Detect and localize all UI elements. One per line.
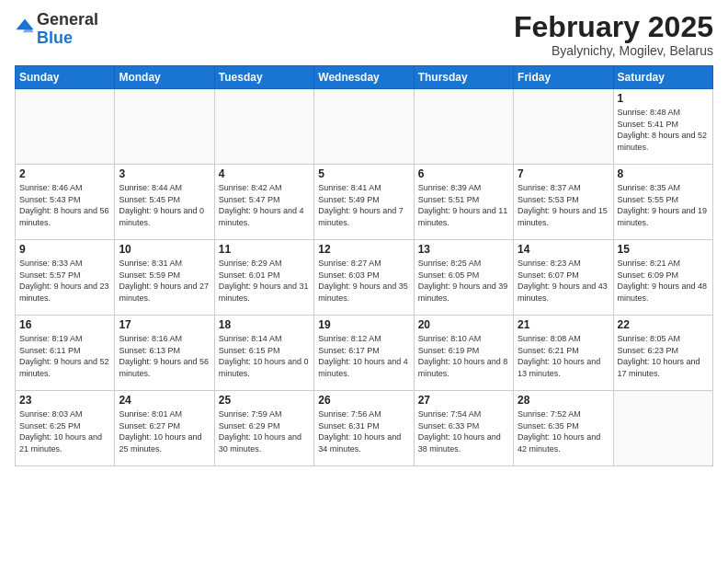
header-sunday: Sunday <box>16 66 115 89</box>
day-info: Sunrise: 8:14 AM Sunset: 6:15 PM Dayligh… <box>219 333 310 379</box>
day-number: 20 <box>418 318 509 331</box>
header-monday: Monday <box>115 66 214 89</box>
day-info: Sunrise: 8:27 AM Sunset: 6:03 PM Dayligh… <box>318 258 409 304</box>
table-row: 12Sunrise: 8:27 AM Sunset: 6:03 PM Dayli… <box>314 240 414 316</box>
day-number: 14 <box>518 243 609 256</box>
day-info: Sunrise: 8:23 AM Sunset: 6:07 PM Dayligh… <box>518 258 609 304</box>
table-row: 9Sunrise: 8:33 AM Sunset: 5:57 PM Daylig… <box>16 240 115 316</box>
table-row: 18Sunrise: 8:14 AM Sunset: 6:15 PM Dayli… <box>214 316 313 391</box>
table-row: 23Sunrise: 8:03 AM Sunset: 6:25 PM Dayli… <box>16 391 115 466</box>
table-row: 6Sunrise: 8:39 AM Sunset: 5:51 PM Daylig… <box>414 165 513 240</box>
weekday-header-row: Sunday Monday Tuesday Wednesday Thursday… <box>16 66 713 89</box>
table-row: 21Sunrise: 8:08 AM Sunset: 6:21 PM Dayli… <box>514 316 613 391</box>
day-info: Sunrise: 8:37 AM Sunset: 5:53 PM Dayligh… <box>518 182 609 228</box>
day-info: Sunrise: 8:19 AM Sunset: 6:11 PM Dayligh… <box>19 333 110 379</box>
day-number: 18 <box>219 318 310 331</box>
day-number: 5 <box>318 167 409 180</box>
table-row: 13Sunrise: 8:25 AM Sunset: 6:05 PM Dayli… <box>414 240 513 316</box>
day-info: Sunrise: 8:25 AM Sunset: 6:05 PM Dayligh… <box>418 258 509 304</box>
day-number: 21 <box>518 318 609 331</box>
day-number: 24 <box>119 394 210 407</box>
day-info: Sunrise: 8:33 AM Sunset: 5:57 PM Dayligh… <box>19 258 110 304</box>
header-tuesday: Tuesday <box>214 66 313 89</box>
day-info: Sunrise: 8:42 AM Sunset: 5:47 PM Dayligh… <box>219 182 310 228</box>
header-saturday: Saturday <box>613 66 712 89</box>
day-number: 23 <box>19 394 110 407</box>
table-row: 17Sunrise: 8:16 AM Sunset: 6:13 PM Dayli… <box>115 316 214 391</box>
calendar-week-row: 23Sunrise: 8:03 AM Sunset: 6:25 PM Dayli… <box>16 391 713 466</box>
day-info: Sunrise: 8:41 AM Sunset: 5:49 PM Dayligh… <box>318 182 409 228</box>
day-info: Sunrise: 8:21 AM Sunset: 6:09 PM Dayligh… <box>618 258 709 304</box>
day-number: 15 <box>618 243 709 256</box>
day-number: 17 <box>119 318 210 331</box>
table-row: 15Sunrise: 8:21 AM Sunset: 6:09 PM Dayli… <box>613 240 712 316</box>
table-row: 16Sunrise: 8:19 AM Sunset: 6:11 PM Dayli… <box>16 316 115 391</box>
day-number: 6 <box>418 167 509 180</box>
day-number: 25 <box>219 394 310 407</box>
table-row: 28Sunrise: 7:52 AM Sunset: 6:35 PM Dayli… <box>514 391 613 466</box>
day-info: Sunrise: 8:44 AM Sunset: 5:45 PM Dayligh… <box>119 182 210 228</box>
table-row <box>115 89 214 165</box>
table-row: 11Sunrise: 8:29 AM Sunset: 6:01 PM Dayli… <box>214 240 313 316</box>
day-info: Sunrise: 8:29 AM Sunset: 6:01 PM Dayligh… <box>219 258 310 304</box>
table-row: 3Sunrise: 8:44 AM Sunset: 5:45 PM Daylig… <box>115 165 214 240</box>
day-info: Sunrise: 8:16 AM Sunset: 6:13 PM Dayligh… <box>119 333 210 379</box>
table-row: 14Sunrise: 8:23 AM Sunset: 6:07 PM Dayli… <box>514 240 613 316</box>
table-row: 26Sunrise: 7:56 AM Sunset: 6:31 PM Dayli… <box>314 391 414 466</box>
day-number: 22 <box>618 318 709 331</box>
day-info: Sunrise: 8:31 AM Sunset: 5:59 PM Dayligh… <box>119 258 210 304</box>
day-info: Sunrise: 7:59 AM Sunset: 6:29 PM Dayligh… <box>219 408 310 454</box>
day-number: 9 <box>19 243 110 256</box>
logo-line1: General <box>37 11 98 29</box>
svg-marker-0 <box>16 18 33 29</box>
day-number: 1 <box>618 92 709 105</box>
day-info: Sunrise: 7:56 AM Sunset: 6:31 PM Dayligh… <box>318 408 409 454</box>
day-info: Sunrise: 8:08 AM Sunset: 6:21 PM Dayligh… <box>518 333 609 379</box>
day-info: Sunrise: 8:12 AM Sunset: 6:17 PM Dayligh… <box>318 333 409 379</box>
table-row <box>16 89 115 165</box>
table-row: 1Sunrise: 8:48 AM Sunset: 5:41 PM Daylig… <box>613 89 712 165</box>
table-row: 22Sunrise: 8:05 AM Sunset: 6:23 PM Dayli… <box>613 316 712 391</box>
day-info: Sunrise: 8:10 AM Sunset: 6:19 PM Dayligh… <box>418 333 509 379</box>
day-number: 4 <box>219 167 310 180</box>
table-row <box>214 89 313 165</box>
header: General Blue February 2025 Byalynichy, M… <box>15 11 713 58</box>
day-info: Sunrise: 8:05 AM Sunset: 6:23 PM Dayligh… <box>618 333 709 379</box>
logo-line2: Blue <box>37 29 98 48</box>
table-row: 27Sunrise: 7:54 AM Sunset: 6:33 PM Dayli… <box>414 391 513 466</box>
title-block: February 2025 Byalynichy, Mogilev, Belar… <box>514 11 713 58</box>
table-row: 8Sunrise: 8:35 AM Sunset: 5:55 PM Daylig… <box>613 165 712 240</box>
day-info: Sunrise: 7:54 AM Sunset: 6:33 PM Dayligh… <box>418 408 509 454</box>
header-wednesday: Wednesday <box>314 66 414 89</box>
logo: General Blue <box>15 11 98 48</box>
calendar-week-row: 9Sunrise: 8:33 AM Sunset: 5:57 PM Daylig… <box>16 240 713 316</box>
table-row: 5Sunrise: 8:41 AM Sunset: 5:49 PM Daylig… <box>314 165 414 240</box>
location-subtitle: Byalynichy, Mogilev, Belarus <box>514 43 713 58</box>
table-row: 7Sunrise: 8:37 AM Sunset: 5:53 PM Daylig… <box>514 165 613 240</box>
calendar-week-row: 2Sunrise: 8:46 AM Sunset: 5:43 PM Daylig… <box>16 165 713 240</box>
calendar: Sunday Monday Tuesday Wednesday Thursday… <box>15 65 713 466</box>
table-row: 10Sunrise: 8:31 AM Sunset: 5:59 PM Dayli… <box>115 240 214 316</box>
day-info: Sunrise: 8:03 AM Sunset: 6:25 PM Dayligh… <box>19 408 110 454</box>
day-number: 3 <box>119 167 210 180</box>
table-row: 24Sunrise: 8:01 AM Sunset: 6:27 PM Dayli… <box>115 391 214 466</box>
calendar-week-row: 16Sunrise: 8:19 AM Sunset: 6:11 PM Dayli… <box>16 316 713 391</box>
day-number: 26 <box>318 394 409 407</box>
day-info: Sunrise: 7:52 AM Sunset: 6:35 PM Dayligh… <box>518 408 609 454</box>
table-row: 25Sunrise: 7:59 AM Sunset: 6:29 PM Dayli… <box>214 391 313 466</box>
table-row <box>314 89 414 165</box>
logo-icon <box>15 17 35 38</box>
day-info: Sunrise: 8:01 AM Sunset: 6:27 PM Dayligh… <box>119 408 210 454</box>
day-number: 19 <box>318 318 409 331</box>
table-row: 4Sunrise: 8:42 AM Sunset: 5:47 PM Daylig… <box>214 165 313 240</box>
day-number: 7 <box>518 167 609 180</box>
day-number: 27 <box>418 394 509 407</box>
table-row: 19Sunrise: 8:12 AM Sunset: 6:17 PM Dayli… <box>314 316 414 391</box>
month-title: February 2025 <box>514 11 713 43</box>
day-number: 28 <box>518 394 609 407</box>
day-number: 12 <box>318 243 409 256</box>
logo-text: General Blue <box>37 11 98 48</box>
table-row <box>514 89 613 165</box>
calendar-week-row: 1Sunrise: 8:48 AM Sunset: 5:41 PM Daylig… <box>16 89 713 165</box>
header-thursday: Thursday <box>414 66 513 89</box>
